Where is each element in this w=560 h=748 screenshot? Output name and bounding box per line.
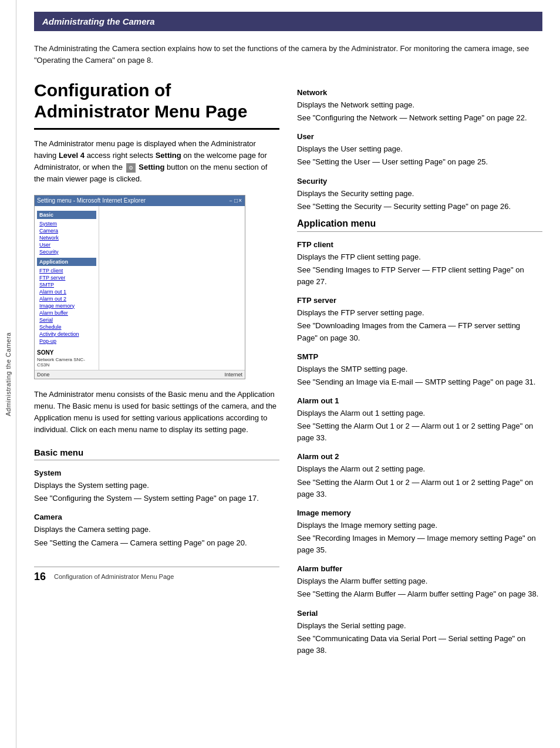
side-tab: Administrating the Camera [0,0,16,748]
menu-alarm-out2[interactable]: Alarm out 2 [37,295,96,302]
side-tab-label: Administrating the Camera [5,332,12,416]
description-paragraph: The Administrator menu page is displayed… [34,138,279,186]
alarm-out1-text: Displays the Alarm out 1 setting page. [297,407,542,419]
camera-text: Displays the Camera setting page. [34,524,279,535]
network-title: Network [297,88,542,97]
screenshot-title-text: Setting menu - Microsoft Internet Explor… [37,197,146,204]
screenshot-status-right: Internet [224,372,242,378]
screenshot-box: Setting menu - Microsoft Internet Explor… [34,195,245,379]
image-memory-text: Displays the Image memory setting page. [297,520,542,531]
right-basic-item-security: Security Displays the Security setting p… [297,177,542,213]
menu-ftp-server[interactable]: FTP server [37,274,96,281]
setting-icon: ⚙ [126,163,136,173]
basic-section-label: Basic [37,211,96,219]
system-link: See "Configuring the System — System set… [34,493,279,504]
user-title: User [297,132,542,141]
intro-paragraph: The Administrating the Camera section ex… [34,43,542,66]
ftp-server-title: FTP server [297,296,542,305]
basic-menu-heading: Basic menu [34,447,279,460]
app-item-serial: Serial Displays the Serial setting page.… [297,609,542,656]
network-text: Displays the Network setting page. [297,99,542,111]
menu-system[interactable]: System [37,220,96,227]
ftp-client-link: See "Sending Images to FTP Server — FTP … [297,264,542,288]
menu-smtp[interactable]: SMTP [37,281,96,288]
image-memory-link: See "Recording Images in Memory — Image … [297,533,542,556]
menu-ftp-client[interactable]: FTP client [37,267,96,274]
menu-alarm-out1[interactable]: Alarm out 1 [37,288,96,295]
system-text: Displays the System setting page. [34,480,279,491]
user-text: Displays the User setting page. [297,143,542,155]
alarm-buffer-text: Displays the Alarm buffer setting page. [297,575,542,587]
alarm-buffer-link: See "Setting the Alarm Buffer — Alarm bu… [297,588,542,600]
menu-alarm-buffer[interactable]: Alarm buffer [37,309,96,316]
image-memory-title: Image memory [297,508,542,517]
admin-banner: Administrating the Camera [34,12,542,31]
ftp-client-text: Displays the FTP client setting page. [297,251,542,263]
menu-schedule[interactable]: Schedule [37,324,96,331]
main-heading: Configuration of Administrator Menu Page [34,80,279,130]
app-item-alarm-out1: Alarm out 1 Displays the Alarm out 1 set… [297,396,542,444]
alarm-out2-link: See "Setting the Alarm Out 1 or 2 — Alar… [297,477,542,500]
app-item-alarm-out2: Alarm out 2 Displays the Alarm out 2 set… [297,452,542,500]
smtp-text: Displays the SMTP setting page. [297,363,542,375]
network-link: See "Configuring the Network — Network s… [297,112,542,124]
screenshot-main-area [99,206,245,370]
alarm-out1-link: See "Setting the Alarm Out 1 or 2 — Alar… [297,420,542,444]
menu-image-memory[interactable]: Image memory [37,302,96,309]
right-basic-item-user: User Displays the User setting page. See… [297,132,542,168]
camera-title: Camera [34,513,279,521]
menu-network[interactable]: Network [37,234,96,241]
application-menu-heading: Application menu [297,218,542,232]
screenshot-camera-model: Network Camera SNC-CS3N [37,357,96,368]
ftp-server-link: See "Downloading Images from the Camera … [297,320,542,343]
app-item-image-memory: Image memory Displays the Image memory s… [297,508,542,556]
two-column-layout: Configuration of Administrator Menu Page… [34,80,542,658]
screenshot-status-left: Done [37,372,50,378]
menu-serial[interactable]: Serial [37,316,96,324]
screenshot-footer: Done Internet [35,370,245,379]
user-link: See "Setting the User — User setting Pag… [297,156,542,168]
menu-security[interactable]: Security [37,248,96,255]
left-column: Configuration of Administrator Menu Page… [34,80,279,658]
alarm-out1-title: Alarm out 1 [297,396,542,405]
app-section-label: Application [37,258,96,266]
screenshot-sony-logo: SONY [37,349,96,356]
basic-item-system: System Displays the System setting page.… [34,469,279,504]
main-content: Administrating the Camera The Administra… [16,0,560,748]
smtp-title: SMTP [297,352,542,361]
bottom-description: The Administrator menu consists of the B… [34,389,279,436]
menu-popup[interactable]: Pop-up [37,338,96,345]
screenshot-titlebar: Setting menu - Microsoft Internet Explor… [35,196,245,206]
serial-text: Displays the Serial setting page. [297,620,542,632]
page-number: 16 [34,571,46,583]
serial-title: Serial [297,609,542,618]
smtp-link: See "Sending an Image via E-mail — SMTP … [297,376,542,388]
app-item-alarm-buffer: Alarm buffer Displays the Alarm buffer s… [297,564,542,600]
camera-link: See "Setting the Camera — Camera setting… [34,537,279,549]
security-title: Security [297,177,542,186]
ftp-client-title: FTP client [297,240,542,249]
serial-link: See "Communicating Data via Serial Port … [297,633,542,656]
ftp-server-text: Displays the FTP server setting page. [297,307,542,319]
app-item-smtp: SMTP Displays the SMTP setting page. See… [297,352,542,388]
screenshot-close-buttons: －□× [228,197,242,205]
menu-activity[interactable]: Activity detection [37,331,96,338]
alarm-out2-text: Displays the Alarm out 2 setting page. [297,463,542,475]
app-item-ftp-server: FTP server Displays the FTP server setti… [297,296,542,343]
screenshot-sidebar: Basic System Camera Network User Securit… [35,206,99,370]
menu-camera[interactable]: Camera [37,227,96,234]
alarm-out2-title: Alarm out 2 [297,452,542,461]
app-item-ftp-client: FTP client Displays the FTP client setti… [297,240,542,288]
page-footer: 16 Configuration of Administrator Menu P… [34,567,279,583]
alarm-buffer-title: Alarm buffer [297,564,542,573]
right-column: Network Displays the Network setting pag… [297,80,542,658]
basic-item-camera: Camera Displays the Camera setting page.… [34,513,279,548]
menu-user[interactable]: User [37,241,96,248]
right-basic-item-network: Network Displays the Network setting pag… [297,88,542,124]
screenshot-body: Basic System Camera Network User Securit… [35,206,245,370]
system-title: System [34,469,279,477]
footer-text: Configuration of Administrator Menu Page [54,573,174,580]
security-text: Displays the Security setting page. [297,188,542,200]
security-link: See "Setting the Security — Security set… [297,201,542,213]
